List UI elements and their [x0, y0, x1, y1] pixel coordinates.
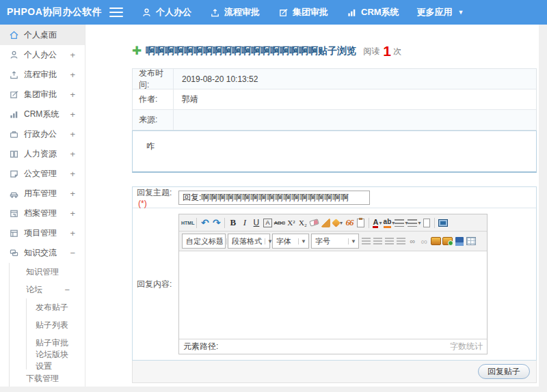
group-approval-icon	[278, 7, 289, 18]
sidebar-subitem-forum-settings[interactable]: 论坛版块设置	[27, 352, 85, 369]
subscript-icon[interactable]: X₂	[297, 216, 308, 229]
image-icon[interactable]	[430, 234, 442, 248]
paste-icon[interactable]	[355, 216, 366, 229]
font-family-select[interactable]: 字体▼	[272, 234, 309, 249]
expand-toggle[interactable]: +	[70, 169, 75, 179]
undo-icon[interactable]: ↶	[199, 216, 211, 229]
unlink-icon[interactable]: ∞	[418, 234, 430, 248]
sidebar-item-hr[interactable]: 人力资源 +	[0, 144, 85, 164]
eraser-icon[interactable]	[308, 216, 320, 229]
sidebar-item-vehicle[interactable]: 用车管理 +	[0, 184, 85, 204]
quick-format-icon[interactable]: ▾	[332, 216, 343, 229]
topnav-crm[interactable]: CRM系统	[346, 6, 399, 18]
sidebar-subitem-download-mgmt[interactable]: 下载管理	[10, 369, 85, 387]
expand-toggle[interactable]: +	[70, 50, 75, 60]
sidebar-subitem-knowledge-mgmt[interactable]: 知识管理	[10, 263, 85, 281]
word-count-label[interactable]: 字数统计	[450, 341, 483, 352]
underline-icon[interactable]: U	[250, 216, 262, 229]
sidebar-item-desktop[interactable]: 个人桌面	[0, 25, 85, 45]
expand-toggle[interactable]: +	[70, 188, 75, 199]
paint-brush-icon[interactable]	[320, 216, 332, 229]
expand-toggle[interactable]: +	[70, 129, 75, 139]
blockquote-icon[interactable]: 66	[343, 216, 355, 229]
rich-text-editor: HTML↶↷BIUAABCX²X₂▾66A▾ab▾▾▾ 自定义标题▼ 段落格式▼…	[178, 214, 488, 354]
sidebar-subitem-label: 贴子列表	[36, 320, 70, 331]
font-name-icon[interactable]: A	[263, 219, 272, 227]
align-right-icon[interactable]	[384, 234, 395, 248]
font-size-select[interactable]: 字号▼	[311, 234, 359, 249]
sidebar-item-official-doc[interactable]: 公文管理 +	[0, 164, 85, 184]
expand-toggle[interactable]: +	[70, 70, 75, 80]
sidebar-item-label: 人力资源	[24, 148, 65, 160]
expand-toggle[interactable]: +	[70, 109, 75, 120]
font-color-icon[interactable]: A▾	[371, 216, 383, 229]
sidebar-item-archives[interactable]: 档案管理 +	[0, 204, 85, 223]
net-image-icon[interactable]	[442, 234, 453, 248]
italic-icon[interactable]: I	[239, 216, 250, 229]
sidebar: 个人桌面 个人办公 + 流程审批 + 集团审批 +	[0, 25, 85, 392]
bold-icon[interactable]: B	[227, 216, 239, 229]
align-justify-icon[interactable]	[395, 234, 407, 248]
sidebar-item-admin-office[interactable]: 行政办公 +	[0, 124, 85, 144]
post-content: 咋	[132, 130, 537, 173]
ordered-list-icon[interactable]: ▾	[395, 216, 408, 229]
sidebar-item-label: 流程审批	[24, 69, 65, 81]
collapse-toggle[interactable]: −	[70, 248, 75, 258]
collapse-toggle[interactable]: −	[64, 285, 70, 295]
align-left-icon[interactable]	[360, 234, 372, 248]
fullscreen-icon[interactable]	[437, 216, 449, 229]
sidebar-subitem-label: 发布贴子	[36, 302, 70, 313]
source-icon[interactable]: HTML	[181, 216, 194, 229]
sidebar-item-project[interactable]: 项目管理 +	[0, 223, 85, 243]
briefcase-icon	[8, 129, 19, 140]
hamburger-icon[interactable]	[109, 8, 123, 17]
custom-heading-select[interactable]: 自定义标题▼	[182, 234, 226, 249]
topnav-more-apps[interactable]: 更多应用 ▼	[417, 6, 464, 18]
reply-subject-input[interactable]	[178, 191, 370, 205]
crm-chart-icon	[346, 7, 357, 18]
sidebar-subitem-post-new[interactable]: 发布贴子	[27, 298, 85, 316]
workflow-icon	[209, 7, 220, 18]
author-value: 郭靖	[174, 89, 536, 109]
strikethrough-icon[interactable]: ABC	[274, 216, 285, 229]
link-icon[interactable]: ∞	[407, 234, 418, 248]
publish-time-label: 发布时间:	[133, 69, 174, 89]
sidebar-item-crm[interactable]: CRM系统 +	[0, 104, 85, 124]
sidebar-item-label: 项目管理	[24, 227, 65, 239]
reply-submit-button[interactable]: 回复贴子	[478, 364, 530, 379]
media-icon[interactable]	[453, 234, 465, 248]
redo-icon[interactable]: ↷	[211, 216, 222, 229]
unordered-list-icon[interactable]: ▾	[408, 216, 421, 229]
topnav-label: 个人办公	[156, 6, 191, 18]
topnav-group-approval[interactable]: 集团审批	[278, 6, 328, 18]
read-label: 阅读	[363, 46, 379, 57]
sidebar-item-knowledge[interactable]: 知识交流 −	[0, 243, 85, 263]
form-footer: 回复贴子	[132, 361, 537, 383]
sidebar-subitem-forum[interactable]: 论坛 −	[10, 281, 85, 298]
highlight-icon[interactable]: ab▾	[383, 216, 395, 229]
sidebar-subitem-label: 下载管理	[26, 373, 70, 384]
expand-toggle[interactable]: +	[70, 149, 75, 159]
new-page-icon[interactable]	[421, 216, 432, 229]
align-center-icon[interactable]	[372, 234, 384, 248]
sidebar-item-group-approval[interactable]: 集团审批 +	[0, 85, 85, 104]
sidebar-item-personal-office[interactable]: 个人办公 +	[0, 45, 85, 65]
paragraph-format-select[interactable]: 段落格式▼	[228, 234, 270, 249]
sidebar-item-label: 知识交流	[24, 247, 65, 259]
topnav-personal-office[interactable]: 个人办公	[141, 6, 191, 18]
table-icon[interactable]	[465, 234, 477, 248]
expand-toggle[interactable]: +	[70, 89, 75, 100]
sidebar-subitem-label: 论坛	[26, 284, 64, 296]
page-header: ✚ 啊啊啊啊啊啊啊啊啊啊啊啊啊啊啊啊啊啊贴子浏览 阅读 1 次	[132, 45, 537, 57]
sidebar-item-workflow-approval[interactable]: 流程审批 +	[0, 65, 85, 85]
expand-toggle[interactable]: +	[70, 208, 75, 219]
topnav-workflow-approval[interactable]: 流程审批	[209, 6, 260, 18]
expand-toggle[interactable]: +	[70, 228, 75, 238]
page-bottom-strip	[0, 387, 547, 392]
reply-subject-row: 回复主题:(*)	[133, 187, 536, 208]
sidebar-subitem-post-list[interactable]: 贴子列表	[27, 316, 85, 334]
table-row: 发布时间: 2019-08-20 10:13:52	[133, 69, 536, 89]
sidebar-item-label: 公文管理	[24, 168, 65, 180]
editor-content-area[interactable]	[179, 251, 487, 339]
superscript-icon[interactable]: X²	[285, 216, 297, 229]
